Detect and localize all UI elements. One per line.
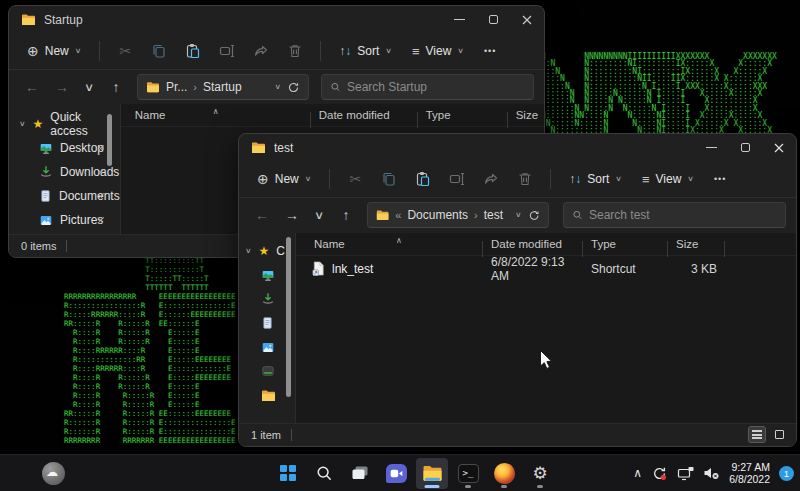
tray-overflow-chevron-icon[interactable]: ∧ [633, 466, 642, 480]
minimize-icon [706, 147, 717, 148]
settings-button[interactable]: ⚙ [524, 458, 556, 489]
recent-locations-button[interactable]: ∨ [309, 209, 329, 222]
rename-icon [219, 43, 235, 59]
address-dropdown-icon[interactable]: ∨ [274, 83, 281, 91]
column-header-date[interactable]: Date modified [311, 109, 418, 121]
sort-button[interactable]: ↑↓ Sort ∨ [561, 167, 630, 191]
update-pending-icon[interactable] [651, 465, 668, 482]
cut-button[interactable]: ✂ [110, 38, 140, 64]
address-bar[interactable]: Pr... › Startup ∨ [137, 74, 309, 100]
sort-ascending-icon: ∧ [213, 107, 219, 116]
minimize-button[interactable] [694, 134, 728, 161]
copy-button[interactable] [144, 38, 174, 64]
more-options-button[interactable]: ••• [476, 41, 504, 61]
up-button[interactable]: ↑ [333, 207, 359, 223]
rename-button[interactable] [442, 166, 472, 192]
sidebar-item-documents[interactable]: Documents [9, 184, 120, 208]
breadcrumb-current[interactable]: test [484, 208, 503, 222]
sidebar-item-quick-access[interactable]: ∨ ★ Quick access [9, 112, 120, 136]
file-explorer-button[interactable] [416, 458, 448, 489]
cut-button[interactable]: ✂ [340, 166, 370, 192]
column-header-type[interactable]: Type [583, 238, 668, 250]
window-title: Startup [44, 13, 83, 27]
shortcut-file-icon [312, 261, 325, 276]
task-view-button[interactable] [344, 458, 376, 489]
expand-icon[interactable]: ∨ [245, 247, 252, 255]
recent-locations-button[interactable]: ∨ [79, 81, 99, 94]
expand-icon[interactable]: ∨ [19, 120, 26, 128]
delete-button[interactable] [510, 166, 540, 192]
chat-button[interactable] [380, 458, 412, 489]
chevron-down-icon: ∨ [75, 47, 82, 55]
taskbar-clock[interactable]: 9:27 AM 6/8/2022 [729, 461, 770, 485]
column-header-type[interactable]: Type [418, 109, 508, 121]
search-input[interactable] [589, 208, 777, 222]
maximize-button[interactable] [728, 134, 762, 161]
new-button[interactable]: ⊕ New ∨ [19, 38, 89, 64]
view-button[interactable]: ≡ View ∨ [634, 167, 702, 192]
notification-badge[interactable]: 1 [779, 466, 794, 481]
more-options-button[interactable]: ••• [706, 169, 734, 189]
large-icons-view-button[interactable] [770, 426, 788, 443]
column-header-name[interactable]: Name ∧ [296, 238, 483, 250]
sidebar-item-pictures[interactable]: Pictures [9, 208, 120, 232]
sidebar-item-desktop[interactable]: Desktop [9, 136, 120, 160]
breadcrumb-overflow-icon[interactable]: « [395, 209, 401, 221]
terminal-button[interactable]: >_ [452, 458, 484, 489]
taskbar-search-button[interactable] [308, 458, 340, 489]
network-icon[interactable] [677, 466, 694, 481]
file-row-lnk-test[interactable]: lnk_test 6/8/2022 9:13 AM Shortcut 3 KB [296, 256, 796, 281]
paste-button[interactable] [178, 38, 208, 64]
breadcrumb-root[interactable]: Documents [407, 208, 468, 222]
sort-button[interactable]: ↑↓ Sort ∨ [331, 39, 400, 63]
breadcrumb-root[interactable]: Pr... [166, 80, 187, 94]
forward-button[interactable]: → [279, 207, 305, 223]
widgets-button[interactable]: ☁ [42, 462, 65, 485]
back-button[interactable]: ← [249, 207, 275, 223]
up-button[interactable]: ↑ [103, 79, 129, 95]
volume-muted-icon[interactable] [703, 466, 720, 480]
sort-ascending-icon: ∧ [396, 236, 402, 245]
rename-button[interactable] [212, 38, 242, 64]
share-button[interactable] [476, 166, 506, 192]
details-view-button[interactable] [748, 426, 766, 443]
column-header-name[interactable]: Name ∧ [121, 109, 311, 121]
file-list-area[interactable]: Name ∧ Date modified Type Size [296, 233, 796, 446]
new-plus-icon: ⊕ [257, 171, 269, 187]
paste-icon [185, 43, 201, 59]
share-button[interactable] [246, 38, 276, 64]
refresh-icon[interactable] [528, 209, 540, 222]
search-input[interactable] [347, 80, 525, 94]
copy-button[interactable] [374, 166, 404, 192]
view-button[interactable]: ≡ View ∨ [404, 39, 472, 64]
copy-icon [381, 171, 397, 187]
search-box[interactable] [563, 202, 786, 228]
sidebar-item-downloads[interactable]: Downloads [9, 160, 120, 184]
paste-button[interactable] [408, 166, 438, 192]
breadcrumb-current[interactable]: Startup [203, 80, 242, 94]
search-box[interactable] [321, 74, 534, 100]
new-button[interactable]: ⊕ New ∨ [249, 166, 319, 192]
back-button[interactable]: ← [19, 79, 45, 95]
forward-button[interactable]: → [49, 79, 75, 95]
close-button[interactable] [510, 6, 544, 33]
sidebar-scrollbar[interactable] [107, 114, 112, 166]
titlebar[interactable]: Startup [9, 6, 544, 33]
column-resize-handle[interactable] [724, 241, 725, 257]
column-header-date[interactable]: Date modified [483, 238, 583, 250]
minimize-button[interactable] [442, 6, 476, 33]
refresh-icon[interactable] [287, 81, 300, 94]
address-bar[interactable]: « Documents › test ∨ [367, 202, 549, 228]
close-button[interactable] [762, 134, 796, 161]
sidebar-scrollbar[interactable] [286, 237, 291, 397]
maximize-button[interactable] [476, 6, 510, 33]
titlebar[interactable]: test [239, 134, 796, 161]
column-header-size[interactable]: Size [668, 238, 725, 250]
address-dropdown-icon[interactable]: ∨ [515, 211, 522, 219]
column-header-size[interactable]: Size [508, 109, 545, 121]
view-menu-icon: ≡ [412, 44, 420, 59]
firefox-button[interactable] [488, 458, 520, 489]
start-button[interactable] [272, 458, 304, 489]
delete-button[interactable] [280, 38, 310, 64]
new-label: New [45, 44, 69, 58]
